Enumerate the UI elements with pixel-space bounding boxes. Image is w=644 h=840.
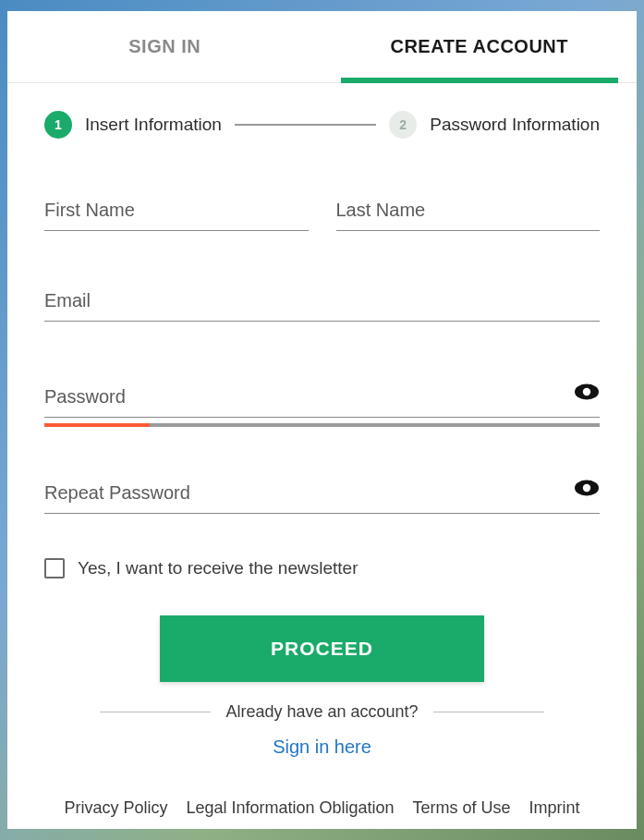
imprint-link[interactable]: Imprint	[529, 798, 580, 818]
password-field[interactable]	[44, 381, 600, 418]
form-content: 1 Insert Information 2 Password Informat…	[7, 83, 637, 829]
auth-tabs: SIGN IN CREATE ACCOUNT	[7, 11, 637, 83]
first-name-field[interactable]	[44, 194, 309, 231]
terms-of-use-link[interactable]: Terms of Use	[413, 798, 511, 818]
repeat-password-field-wrapper	[44, 477, 600, 519]
password-field-wrapper	[44, 381, 600, 423]
step-number-1: 1	[44, 111, 72, 139]
tab-sign-in[interactable]: SIGN IN	[7, 11, 322, 82]
password-strength-fill	[44, 423, 150, 427]
first-name-field-wrapper	[44, 194, 309, 231]
step-number-2: 2	[389, 111, 417, 139]
newsletter-row: Yes, I want to receive the newsletter	[44, 558, 600, 578]
newsletter-checkbox[interactable]	[44, 558, 65, 578]
last-name-field[interactable]	[336, 194, 601, 231]
sign-in-here-link[interactable]: Sign in here	[44, 737, 600, 758]
step-label-1: Insert Information	[85, 115, 222, 135]
step-connector	[235, 124, 376, 126]
divider-line	[433, 712, 544, 712]
legal-information-link[interactable]: Legal Information Obligation	[186, 798, 394, 818]
email-field[interactable]	[44, 285, 600, 322]
progress-steps: 1 Insert Information 2 Password Informat…	[44, 111, 600, 139]
svg-point-1	[583, 388, 590, 396]
eye-icon[interactable]	[574, 479, 600, 501]
newsletter-label: Yes, I want to receive the newsletter	[78, 558, 358, 578]
auth-card: SIGN IN CREATE ACCOUNT 1 Insert Informat…	[7, 11, 637, 829]
repeat-password-field[interactable]	[44, 477, 600, 514]
proceed-button[interactable]: PROCEED	[160, 615, 484, 682]
divider: Already have an account?	[100, 702, 544, 722]
divider-line	[100, 712, 211, 712]
step-insert-information: 1 Insert Information	[44, 111, 222, 139]
step-password-information: 2 Password Information	[389, 111, 600, 139]
privacy-policy-link[interactable]: Privacy Policy	[64, 798, 167, 818]
last-name-field-wrapper	[336, 194, 601, 231]
eye-icon[interactable]	[574, 383, 600, 405]
svg-point-3	[583, 484, 590, 492]
tab-create-account[interactable]: CREATE ACCOUNT	[322, 11, 638, 82]
already-have-account-text: Already have an account?	[225, 702, 418, 722]
password-strength-bar	[44, 423, 600, 427]
step-label-2: Password Information	[430, 115, 600, 135]
footer-links: Privacy Policy Legal Information Obligat…	[44, 798, 600, 829]
email-field-wrapper	[44, 285, 600, 327]
